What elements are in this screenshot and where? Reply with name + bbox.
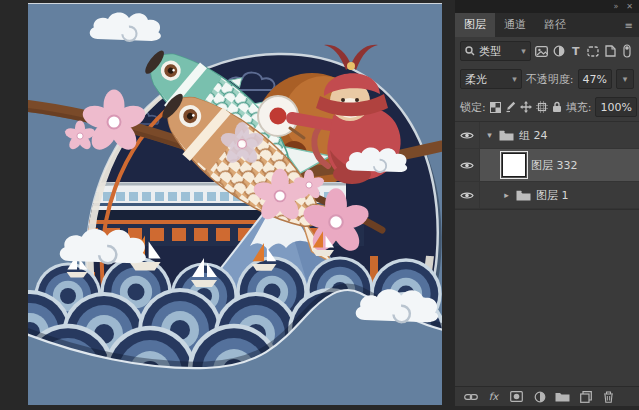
search-icon	[465, 46, 475, 56]
visibility-eye-icon[interactable]	[455, 122, 480, 148]
layers-panel: » ✕ 图层 通道 路径 ≡ 类型 ▾ T	[455, 0, 639, 406]
smart-object-filter-icon[interactable]	[604, 43, 617, 59]
link-layers-icon[interactable]	[462, 389, 479, 405]
type-layer-filter-icon[interactable]: T	[569, 43, 582, 59]
lock-all-icon[interactable]	[552, 99, 562, 115]
fill-label: 填充:	[566, 100, 592, 115]
layer-name: 图层 1	[536, 188, 569, 203]
filter-row: 类型 ▾ T	[455, 37, 639, 65]
panel-tabs: 图层 通道 路径 ≡	[455, 13, 639, 37]
pixel-layer-filter-icon[interactable]	[535, 43, 548, 59]
panel-chrome-bar: » ✕	[455, 0, 639, 13]
add-mask-icon[interactable]	[508, 389, 525, 405]
tab-paths[interactable]: 路径	[535, 13, 575, 37]
lock-position-icon[interactable]	[520, 99, 532, 115]
layer-row-332[interactable]: 图层 332	[455, 149, 639, 182]
photoshop-window: » ✕ 图层 通道 路径 ≡ 类型 ▾ T	[0, 0, 639, 410]
shape-layer-filter-icon[interactable]	[586, 43, 599, 59]
blend-row: 柔光 ▾ 不透明度: 47% ▾	[455, 65, 639, 93]
lock-label: 锁定:	[460, 100, 486, 115]
layer-name: 图层 332	[531, 158, 578, 173]
adjustment-layer-icon[interactable]	[531, 389, 548, 405]
group-folder-icon	[499, 130, 514, 141]
layer-row-group-24[interactable]: ▾ 组 24	[455, 122, 639, 149]
lock-paint-icon[interactable]	[505, 99, 516, 115]
filter-toggle-switch[interactable]	[621, 43, 634, 59]
papercut-artwork	[28, 4, 442, 405]
new-group-icon[interactable]	[554, 389, 571, 405]
close-panel-icon[interactable]: ✕	[626, 2, 633, 11]
opacity-label: 不透明度:	[526, 72, 574, 87]
visibility-eye-icon[interactable]	[455, 182, 480, 208]
layers-panel-footer: fx	[455, 386, 639, 406]
filter-kind-select[interactable]: 类型 ▾	[460, 41, 531, 61]
opacity-value[interactable]: 47%	[578, 69, 612, 89]
group-collapsed-chevron[interactable]: ▸	[502, 190, 511, 200]
fill-value[interactable]: 100%	[595, 97, 636, 117]
new-layer-icon[interactable]	[577, 389, 594, 405]
opacity-dropdown-arrow[interactable]: ▾	[616, 69, 634, 89]
group-folder-icon	[516, 190, 531, 201]
document-canvas[interactable]	[28, 3, 442, 404]
lock-transparency-icon[interactable]	[490, 99, 501, 115]
layer-row-group-1[interactable]: ▸ 图层 1	[455, 182, 639, 209]
collapse-panel-icon[interactable]: »	[613, 2, 618, 11]
adjustment-layer-filter-icon[interactable]	[552, 43, 565, 59]
tab-layers[interactable]: 图层	[455, 13, 495, 37]
delete-layer-icon[interactable]	[600, 389, 617, 405]
lock-artboard-icon[interactable]	[536, 99, 548, 115]
visibility-eye-icon[interactable]	[455, 149, 480, 181]
layer-thumbnail[interactable]	[502, 153, 526, 177]
layers-list: ▾ 组 24 图层 332	[455, 121, 639, 210]
tab-channels[interactable]: 通道	[495, 13, 535, 37]
layer-name: 组 24	[519, 128, 548, 143]
lock-row: 锁定: 填充: 100% ▾	[455, 93, 639, 121]
group-expand-chevron[interactable]: ▾	[485, 130, 494, 140]
layer-effects-icon[interactable]: fx	[485, 389, 502, 405]
panel-menu-icon[interactable]: ≡	[618, 20, 639, 31]
blend-mode-select[interactable]: 柔光 ▾	[460, 69, 522, 89]
